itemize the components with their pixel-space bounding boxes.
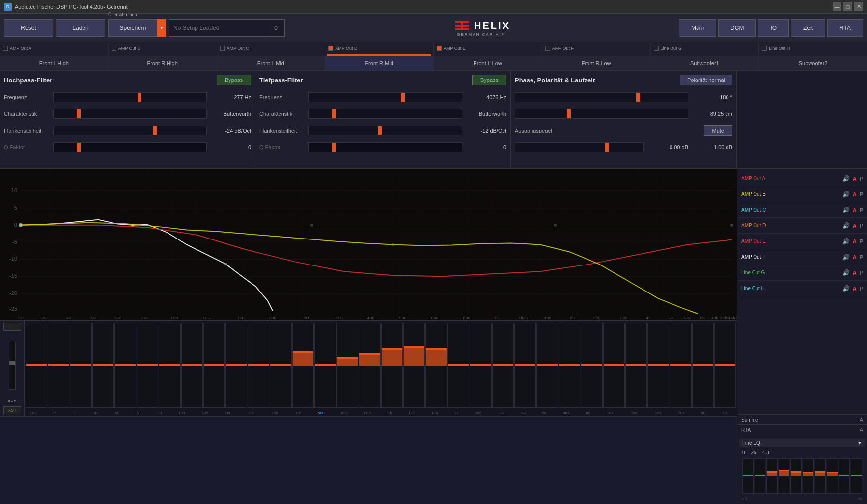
eq-bar-19[interactable] [447,323,469,408]
dcm-nav-button[interactable]: DCM [718,19,756,37]
hochpass-flank-slider[interactable] [53,126,207,135]
fine-eq-bar-7[interactable] [827,458,838,494]
eq-bar-2[interactable] [70,323,91,408]
rta-nav-button[interactable]: RTA [827,19,863,37]
eq-bar-5[interactable] [137,323,158,408]
eq-bar-25[interactable] [581,323,602,408]
hochpass-flank-thumb[interactable] [153,126,157,135]
eq-bar-18[interactable] [425,323,447,408]
tiefpass-char-thumb[interactable] [332,109,336,118]
io-nav-button[interactable]: IO [758,19,789,37]
minimize-button[interactable]: — [833,2,841,11]
hochpass-freq-slider[interactable] [53,92,207,102]
eq-bar-30[interactable] [692,323,714,408]
ch-checkbox-d[interactable] [328,46,333,51]
hochpass-q-thumb[interactable] [77,143,81,152]
channel-tab-d[interactable]: AMP Out D Front R Mid [325,42,434,70]
ch-checkbox-g[interactable] [654,46,659,51]
hochpass-char-thumb[interactable] [77,109,81,118]
eq-bar-13[interactable] [314,323,336,408]
speaker-icon-d[interactable]: 🔊 [842,222,850,229]
hochpass-freq-thumb[interactable] [138,93,141,102]
fine-eq-bar-6[interactable] [815,458,826,494]
ch-checkbox-h[interactable] [762,46,767,51]
laufzeit-slider[interactable] [515,109,688,119]
eq-bar-31[interactable] [714,323,736,408]
channel-tab-h[interactable]: Line Out H Subwoofer2 [759,42,867,70]
zeit-nav-button[interactable]: Zeit [791,19,825,37]
speaker-icon-e[interactable]: 🔊 [842,238,850,245]
main-nav-button[interactable]: Main [679,19,716,37]
eq-bar-16[interactable] [381,323,403,408]
channel-tab-g[interactable]: Line Out G Subwoofer1 [651,42,759,70]
phase-slider[interactable] [515,92,688,102]
eq-bar-21[interactable] [492,323,514,408]
fine-eq-arrow-icon[interactable]: ▼ [857,440,862,446]
speaker-icon-a[interactable]: 🔊 [842,175,850,182]
hochpass-bypass-button[interactable]: Bypass [217,75,251,85]
speichern-arrow[interactable]: ▼ [157,19,166,37]
hochpass-char-slider[interactable] [53,109,207,119]
eq-bar-7[interactable] [181,323,203,408]
speichern-button[interactable]: Speichern [108,19,157,37]
speaker-icon-h[interactable]: 🔊 [842,285,850,292]
eq-bar-23[interactable] [536,323,558,408]
tiefpass-q-slider[interactable] [308,142,462,152]
speaker-icon-b[interactable]: 🔊 [842,191,850,198]
ch-checkbox-a[interactable] [3,46,8,51]
fine-eq-bar-8[interactable] [839,458,850,494]
ausgangspegel-slider[interactable] [515,142,644,152]
eq-bar-4[interactable] [114,323,136,408]
channel-tab-c[interactable]: AMP Out C Front L Mid [217,42,326,70]
window-controls[interactable]: — □ ✕ [833,2,863,11]
ch-btn-g[interactable]: Subwoofer1 [651,56,759,70]
tiefpass-char-slider[interactable] [308,109,462,119]
tiefpass-flank-slider[interactable] [308,126,462,135]
eq-bar-26[interactable] [603,323,625,408]
eq-bar-12[interactable] [292,323,314,408]
speaker-icon-f[interactable]: 🔊 [842,254,850,261]
maximize-button[interactable]: □ [843,2,852,11]
ch-btn-a[interactable]: Front L High [0,56,108,70]
eq-bar-20[interactable] [470,323,491,408]
laufzeit-thumb[interactable] [567,109,571,118]
channel-tab-b[interactable]: AMP Out B Front R High [109,42,217,70]
fine-eq-bar-4[interactable] [790,458,802,494]
eq-bar-0[interactable] [26,323,47,408]
eq-bar-27[interactable] [625,323,647,408]
eq-bar-29[interactable] [670,323,691,408]
laden-button[interactable]: Laden [56,19,105,37]
eq-bar-22[interactable] [514,323,536,408]
ch-btn-d[interactable]: Front R Mid [325,56,433,70]
eq-bar-11[interactable] [270,323,291,408]
tiefpass-q-thumb[interactable] [332,143,336,152]
eq-bar-24[interactable] [559,323,580,408]
eq-master-fader-wrap[interactable] [9,333,16,398]
hochpass-q-slider[interactable] [53,142,207,152]
eq-bar-1[interactable] [48,323,69,408]
eq-bar-28[interactable] [647,323,669,408]
eq-bar-15[interactable] [359,323,380,408]
speaker-icon-c[interactable]: 🔊 [842,207,850,213]
ch-checkbox-e[interactable] [437,46,442,51]
fine-eq-bar-1[interactable] [755,458,766,494]
eq-bar-8[interactable] [203,323,225,408]
eq-bar-14[interactable] [336,323,358,408]
fine-eq-bar-5[interactable] [803,458,814,494]
tiefpass-bypass-button[interactable]: Bypass [472,75,506,85]
ausgangspegel-thumb[interactable] [605,143,609,152]
ch-btn-h[interactable]: Subwoofer2 [759,56,867,70]
eq-bar-3[interactable] [92,323,114,408]
ch-checkbox-b[interactable] [112,46,116,51]
ch-checkbox-f[interactable] [545,46,550,51]
polarit-button[interactable]: Polarität normal [680,75,732,85]
setup-input[interactable] [169,19,267,37]
fine-eq-bar-3[interactable] [779,458,790,494]
eq-bar-17[interactable] [403,323,425,408]
ch-btn-e[interactable]: Front L Low [434,56,542,70]
eq-bar-6[interactable] [159,323,180,408]
channel-tab-a[interactable]: AMP Out A Front L High [0,42,109,70]
channel-tab-e[interactable]: AMP Out E Front L Low [434,42,542,70]
close-button[interactable]: ✕ [854,2,863,11]
reset-button[interactable]: Reset [4,19,53,37]
